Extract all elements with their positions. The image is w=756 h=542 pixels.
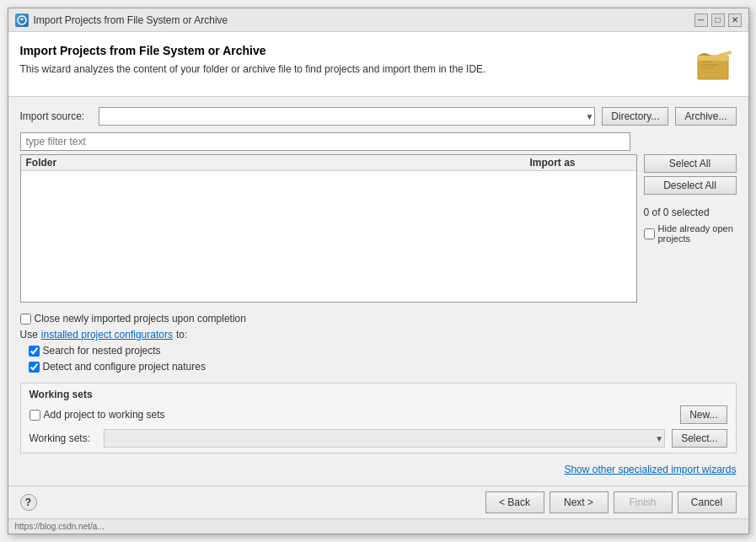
- hide-open-label: Hide already open projects: [658, 223, 737, 244]
- svg-rect-3: [701, 61, 711, 62]
- filter-row: [20, 132, 737, 151]
- main-dialog: Import Projects from File System or Arch…: [8, 8, 749, 534]
- back-button[interactable]: < Back: [485, 491, 544, 513]
- directory-button[interactable]: Directory...: [602, 107, 668, 126]
- col-import-as-header: Import as: [530, 157, 631, 169]
- detect-natures-checkbox[interactable]: [29, 362, 40, 373]
- dialog-icon: [15, 13, 29, 27]
- detect-natures-row: Detect and configure project natures: [20, 361, 737, 373]
- working-sets-combo-wrapper: ▼: [104, 429, 666, 448]
- table-area: Folder Import as Select All Deselect All…: [20, 154, 737, 303]
- import-source-label: Import source:: [20, 110, 92, 122]
- filter-input[interactable]: [20, 132, 630, 151]
- show-wizards-row: Show other specialized import wizards: [20, 464, 737, 475]
- working-sets-row: Working sets: ▼ Select...: [29, 429, 727, 448]
- use-installed-prefix: Use: [20, 329, 38, 341]
- status-bar-text: https://blog.csdn.net/a...: [15, 522, 105, 531]
- svg-rect-5: [701, 67, 715, 69]
- table-body[interactable]: [21, 171, 636, 302]
- search-nested-row: Search for nested projects: [20, 345, 737, 357]
- archive-button[interactable]: Archive...: [675, 107, 736, 126]
- use-installed-row: Use installed project configurators to:: [20, 329, 737, 341]
- import-source-combo-wrapper: ▼: [99, 107, 596, 126]
- title-bar-text: Import Projects from File System or Arch…: [34, 14, 694, 26]
- installed-configurators-link[interactable]: installed project configurators: [41, 329, 173, 341]
- close-on-completion-checkbox[interactable]: [20, 314, 31, 325]
- col-folder-header: Folder: [26, 157, 530, 169]
- add-to-working-sets-checkbox[interactable]: [29, 410, 40, 421]
- working-sets-label: Working sets:: [29, 432, 97, 444]
- footer-right: < Back Next > Finish Cancel: [485, 491, 737, 513]
- project-table: Folder Import as: [20, 154, 637, 303]
- dialog-body: Import source: ▼ Directory... Archive...: [8, 97, 748, 486]
- import-source-select[interactable]: [99, 107, 596, 126]
- table-header: Folder Import as: [21, 155, 636, 171]
- add-to-working-sets-row: Add project to working sets New...: [29, 405, 727, 424]
- options-section: Close newly imported projects upon compl…: [20, 313, 737, 373]
- use-installed-suffix: to:: [176, 329, 187, 341]
- status-bar: https://blog.csdn.net/a...: [8, 518, 748, 534]
- dialog-header: Import Projects from File System or Arch…: [8, 32, 748, 97]
- minimize-button[interactable]: ─: [694, 13, 708, 27]
- select-all-button[interactable]: Select All: [644, 154, 737, 173]
- right-buttons: Select All Deselect All 0 of 0 selected …: [644, 154, 737, 303]
- finish-button[interactable]: Finish: [614, 491, 673, 513]
- import-source-row: Import source: ▼ Directory... Archive...: [20, 107, 737, 126]
- close-on-completion-row: Close newly imported projects upon compl…: [20, 313, 737, 325]
- selected-count: 0 of 0 selected: [644, 207, 737, 218]
- wizard-icon: [694, 44, 735, 84]
- close-button[interactable]: ✕: [728, 13, 742, 27]
- search-nested-label: Search for nested projects: [43, 345, 161, 357]
- working-sets-group: Working sets Add project to working sets…: [20, 383, 737, 453]
- add-to-working-sets-label: Add project to working sets: [44, 409, 165, 421]
- close-on-completion-label: Close newly imported projects upon compl…: [35, 313, 246, 325]
- svg-rect-4: [701, 64, 718, 66]
- hide-open-checkbox[interactable]: [644, 228, 655, 239]
- title-bar: Import Projects from File System or Arch…: [8, 8, 748, 32]
- select-working-sets-button[interactable]: Select...: [672, 429, 727, 448]
- new-working-set-button[interactable]: New...: [680, 405, 727, 424]
- hide-open-row: Hide already open projects: [644, 223, 737, 244]
- working-sets-title: Working sets: [29, 389, 727, 400]
- dialog-footer: ? < Back Next > Finish Cancel: [8, 486, 748, 518]
- svg-rect-2: [698, 56, 728, 61]
- deselect-all-button[interactable]: Deselect All: [644, 176, 737, 195]
- next-button[interactable]: Next >: [550, 491, 609, 513]
- title-bar-controls: ─ □ ✕: [694, 13, 742, 27]
- show-wizards-link[interactable]: Show other specialized import wizards: [564, 464, 736, 475]
- working-sets-select[interactable]: [104, 429, 666, 448]
- detect-natures-label: Detect and configure project natures: [43, 361, 206, 373]
- footer-left: ?: [20, 494, 37, 511]
- search-nested-checkbox[interactable]: [29, 346, 40, 357]
- dialog-title: Import Projects from File System or Arch…: [20, 44, 686, 57]
- maximize-button[interactable]: □: [711, 13, 725, 27]
- help-button[interactable]: ?: [20, 494, 37, 511]
- cancel-button[interactable]: Cancel: [678, 491, 737, 513]
- dialog-description: This wizard analyzes the content of your…: [20, 62, 526, 77]
- header-content: Import Projects from File System or Arch…: [20, 44, 686, 77]
